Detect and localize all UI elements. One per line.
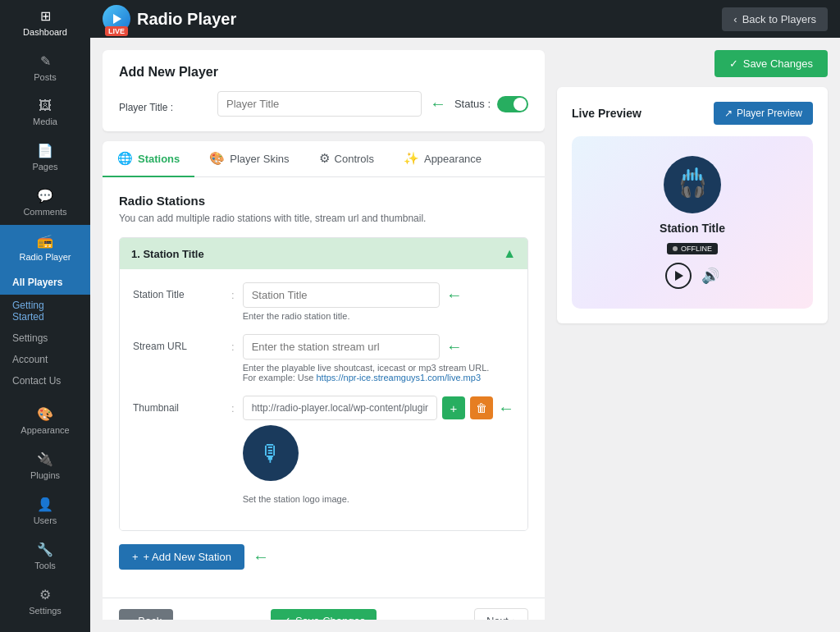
station-title-input[interactable] <box>243 282 440 308</box>
sidebar-sub-account[interactable]: Account <box>0 349 90 370</box>
wave-bar-4 <box>696 167 698 181</box>
tab-player-skins[interactable]: 🎨 Player Skins <box>194 141 304 177</box>
thumbnail-hint: Set the station logo image. <box>243 494 349 504</box>
users-icon: 👤 <box>37 497 53 512</box>
volume-icon[interactable]: 🔊 <box>701 267 719 285</box>
live-preview-title: Live Preview <box>572 107 641 120</box>
status-row: Status : <box>454 96 528 112</box>
sidebar-item-label: Dashboard <box>23 27 67 37</box>
stations-tab-content: Radio Stations You can add multiple radi… <box>103 177 545 598</box>
add-player-card: Add New Player Player Title : ← Status : <box>103 50 545 131</box>
wave-bar-3 <box>692 172 694 181</box>
controls-tab-icon: ⚙ <box>319 151 330 166</box>
stations-tab-icon: 🌐 <box>117 151 133 166</box>
station-header-title: 1. Station Title <box>131 248 204 260</box>
sidebar-item-settings[interactable]: ⚙ Settings <box>0 579 90 624</box>
tab-stations[interactable]: 🌐 Stations <box>103 141 194 177</box>
player-controls: 🔊 <box>665 263 719 289</box>
player-title-input[interactable] <box>217 91 422 117</box>
sidebar-item-media[interactable]: 🖼 Media <box>0 90 90 135</box>
tools-icon: 🔧 <box>37 542 53 557</box>
check-save-icon: ✓ <box>729 57 738 70</box>
sidebar-item-posts[interactable]: ✎ Posts <box>0 45 90 90</box>
sidebar-collapse[interactable]: ◀ Collapse menu <box>0 624 90 632</box>
player-title-label: Player Title : <box>119 95 209 113</box>
plugins-icon: 🔌 <box>37 451 53 467</box>
radio-player-icon: 📻 <box>37 233 53 249</box>
tabs-card: 🌐 Stations 🎨 Player Skins ⚙ Controls ✨ A… <box>103 141 545 620</box>
topbar: LIVE Radio Player ‹ Back to Players <box>90 0 840 38</box>
play-triangle-icon <box>675 271 683 281</box>
thumbnail-field-row: Thumbnail : + 🗑 ← <box>133 396 514 504</box>
station-accordion: 1. Station Title ▲ Station Title : <box>119 237 528 531</box>
station-title-field-row: Station Title : ← Enter the radio statio… <box>133 282 514 321</box>
player-widget-icon: 🎧 <box>664 156 721 213</box>
plus-icon: + <box>132 551 139 563</box>
add-new-station-button[interactable]: + + Add New Station <box>119 544 244 570</box>
sidebar-item-pages[interactable]: 📄 Pages <box>0 135 90 180</box>
left-panel: Add New Player Player Title : ← Status :… <box>103 50 545 620</box>
tab-appearance[interactable]: ✨ Appearance <box>389 141 496 177</box>
sidebar-sub-settings[interactable]: Settings <box>0 327 90 349</box>
status-toggle[interactable] <box>497 96 528 112</box>
sidebar-item-radio-player[interactable]: 📻 Radio Player <box>0 225 90 270</box>
arrow-stream-url-icon: ← <box>446 337 463 356</box>
sidebar-item-dashboard[interactable]: ⊞ Dashboard <box>0 0 90 45</box>
sidebar-sub-contact[interactable]: Contact Us <box>0 370 90 392</box>
appearance-tab-icon: ✨ <box>404 151 419 166</box>
posts-icon: ✎ <box>40 53 51 69</box>
status-label: Status : <box>454 98 491 110</box>
save-changes-button-top[interactable]: ✓ Save Changes <box>714 50 828 77</box>
back-to-players-button[interactable]: ‹ Back to Players <box>722 7 828 31</box>
next-button[interactable]: Next › <box>474 608 528 620</box>
arrow-station-title-icon: ← <box>446 286 463 305</box>
logo-circle: LIVE <box>103 5 130 33</box>
topbar-title: Radio Player <box>137 10 236 29</box>
check-icon: ✓ <box>282 615 291 620</box>
sound-waves <box>683 164 702 181</box>
offline-badge: OFFLINE <box>667 243 718 254</box>
stream-url-label: Stream URL <box>133 334 223 382</box>
sidebar-sub-all-players[interactable]: All Players <box>0 270 90 295</box>
thumbnail-url-input[interactable] <box>243 396 437 420</box>
station-header[interactable]: 1. Station Title ▲ <box>120 238 527 269</box>
tabs-nav: 🌐 Stations 🎨 Player Skins ⚙ Controls ✨ A… <box>103 141 545 177</box>
arrow-add-station-icon: ← <box>253 547 269 566</box>
arrow-right-icon: ← <box>430 94 446 113</box>
player-station-name: Station Title <box>660 222 725 235</box>
player-widget: 🎧 Station Title <box>572 136 813 309</box>
sidebar-item-users[interactable]: 👤 Users <box>0 488 90 534</box>
thumbnail-add-button[interactable]: + <box>442 396 465 419</box>
tab-controls[interactable]: ⚙ Controls <box>304 141 389 177</box>
arrow-thumbnail-icon: ← <box>498 399 514 418</box>
mic-icon: 🎙 <box>259 440 282 467</box>
stream-url-input[interactable] <box>243 334 440 360</box>
sidebar-item-plugins[interactable]: 🔌 Plugins <box>0 443 90 488</box>
add-player-title: Add New Player <box>119 65 528 80</box>
sidebar-item-comments[interactable]: 💬 Comments <box>0 180 90 225</box>
save-changes-button-bottom[interactable]: ✓ Save Changes <box>271 609 377 620</box>
chevron-left-back-icon: ‹ <box>130 615 134 620</box>
chevron-right-icon: › <box>513 615 516 620</box>
play-button[interactable] <box>665 263 692 289</box>
thumbnail-delete-button[interactable]: 🗑 <box>470 396 493 419</box>
settings-icon: ⚙ <box>39 587 51 602</box>
radio-stations-title: Radio Stations <box>119 194 528 208</box>
player-preview-button[interactable]: ↗ Player Preview <box>714 102 813 125</box>
content-area: Add New Player Player Title : ← Status :… <box>90 38 840 632</box>
player-skins-tab-icon: 🎨 <box>209 151 225 166</box>
player-title-row: Player Title : ← Status : <box>119 91 528 117</box>
back-button[interactable]: ‹ Back <box>119 609 173 620</box>
sidebar-sub-getting-started[interactable]: Getting Started <box>0 295 90 327</box>
chevron-left-icon: ‹ <box>733 13 737 25</box>
wave-bar-5 <box>700 174 702 181</box>
topbar-logo: LIVE Radio Player <box>103 5 236 33</box>
external-link-icon: ↗ <box>724 108 733 119</box>
sidebar-item-appearance[interactable]: 🎨 Appearance <box>0 398 90 443</box>
thumbnail-preview: 🎙 <box>243 425 299 481</box>
sidebar-item-tools[interactable]: 🔧 Tools <box>0 534 90 579</box>
stream-url-example-link[interactable]: https://npr-ice.streamguys1.com/live.mp3 <box>317 373 482 382</box>
live-badge: LIVE <box>105 26 128 36</box>
stream-url-field-row: Stream URL : ← Enter the playable live s… <box>133 334 514 382</box>
stream-url-hint: Enter the playable live shoutcast, iceca… <box>243 363 514 382</box>
